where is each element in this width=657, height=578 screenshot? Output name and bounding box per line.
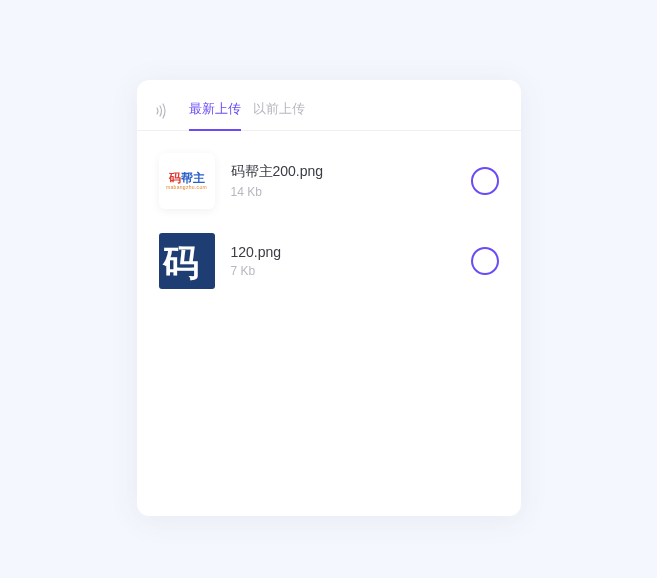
select-button[interactable] [471,167,499,195]
tab-recent-uploads[interactable]: 最新上传 [189,92,241,130]
select-button[interactable] [471,247,499,275]
upload-card: 最新上传 以前上传 码帮主 mabangzhu.com 码帮主200.png 1… [137,80,521,516]
file-thumbnail: 码帮主 mabangzhu.com [159,153,215,209]
tab-previous-uploads[interactable]: 以前上传 [253,92,305,130]
tabs-header: 最新上传 以前上传 [137,80,521,130]
file-name: 120.png [231,244,455,260]
file-row: 码 120.png 7 Kb [153,221,505,301]
sound-wave-icon [155,102,175,120]
file-list: 码帮主 mabangzhu.com 码帮主200.png 14 Kb 码 120… [137,131,521,311]
file-meta: 120.png 7 Kb [231,244,455,278]
file-size: 14 Kb [231,185,455,199]
file-meta: 码帮主200.png 14 Kb [231,163,455,199]
file-thumbnail: 码 [159,233,215,289]
file-size: 7 Kb [231,264,455,278]
file-row: 码帮主 mabangzhu.com 码帮主200.png 14 Kb [153,141,505,221]
file-name: 码帮主200.png [231,163,455,181]
